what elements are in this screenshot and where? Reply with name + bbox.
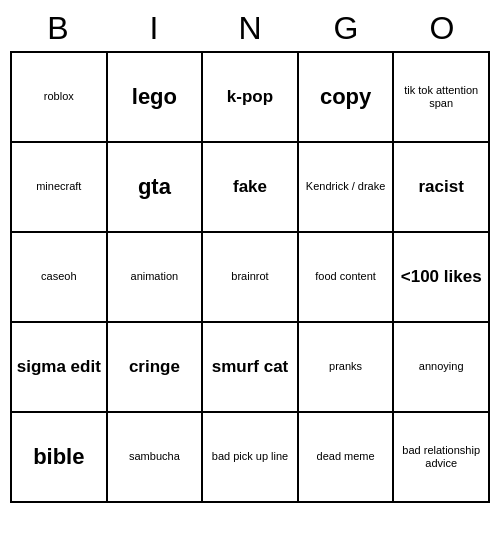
cell-label: fake — [233, 177, 267, 197]
cell-r1-c2: fake — [203, 143, 299, 233]
cell-r1-c3: Kendrick / drake — [299, 143, 395, 233]
cell-r4-c2: bad pick up line — [203, 413, 299, 503]
header-letter: I — [109, 10, 199, 47]
cell-r0-c3: copy — [299, 53, 395, 143]
cell-r2-c0: caseoh — [12, 233, 108, 323]
cell-label: bad pick up line — [212, 450, 288, 463]
header-letter: N — [205, 10, 295, 47]
cell-label: smurf cat — [212, 357, 289, 377]
cell-label: <100 likes — [401, 267, 482, 287]
header-letter: G — [301, 10, 391, 47]
cell-label: cringe — [129, 357, 180, 377]
cell-label: Kendrick / drake — [306, 180, 385, 193]
cell-label: bible — [33, 444, 84, 470]
cell-r2-c4: <100 likes — [394, 233, 490, 323]
header-letter: O — [397, 10, 487, 47]
cell-label: food content — [315, 270, 376, 283]
cell-r4-c4: bad relationship advice — [394, 413, 490, 503]
cell-r3-c2: smurf cat — [203, 323, 299, 413]
cell-label: bad relationship advice — [398, 444, 484, 470]
cell-r3-c4: annoying — [394, 323, 490, 413]
cell-r0-c4: tik tok attention span — [394, 53, 490, 143]
cell-label: brainrot — [231, 270, 268, 283]
cell-label: pranks — [329, 360, 362, 373]
cell-r4-c0: bible — [12, 413, 108, 503]
cell-r0-c0: roblox — [12, 53, 108, 143]
cell-label: dead meme — [317, 450, 375, 463]
cell-r4-c3: dead meme — [299, 413, 395, 503]
cell-r3-c1: cringe — [108, 323, 204, 413]
bingo-grid: robloxlegok-popcopytik tok attention spa… — [10, 51, 490, 503]
cell-label: lego — [132, 84, 177, 110]
bingo-header: BINGO — [10, 10, 490, 47]
cell-label: roblox — [44, 90, 74, 103]
cell-r0-c2: k-pop — [203, 53, 299, 143]
cell-r3-c3: pranks — [299, 323, 395, 413]
cell-r4-c1: sambucha — [108, 413, 204, 503]
header-letter: B — [13, 10, 103, 47]
cell-label: gta — [138, 174, 171, 200]
cell-r1-c4: racist — [394, 143, 490, 233]
cell-r1-c1: gta — [108, 143, 204, 233]
cell-label: tik tok attention span — [398, 84, 484, 110]
cell-label: animation — [131, 270, 179, 283]
cell-label: minecraft — [36, 180, 81, 193]
cell-label: sigma edit — [17, 357, 101, 377]
cell-label: k-pop — [227, 87, 273, 107]
cell-r0-c1: lego — [108, 53, 204, 143]
cell-r2-c3: food content — [299, 233, 395, 323]
cell-label: copy — [320, 84, 371, 110]
cell-label: sambucha — [129, 450, 180, 463]
cell-label: annoying — [419, 360, 464, 373]
cell-r3-c0: sigma edit — [12, 323, 108, 413]
cell-r2-c2: brainrot — [203, 233, 299, 323]
cell-r2-c1: animation — [108, 233, 204, 323]
cell-label: racist — [419, 177, 464, 197]
cell-r1-c0: minecraft — [12, 143, 108, 233]
cell-label: caseoh — [41, 270, 76, 283]
